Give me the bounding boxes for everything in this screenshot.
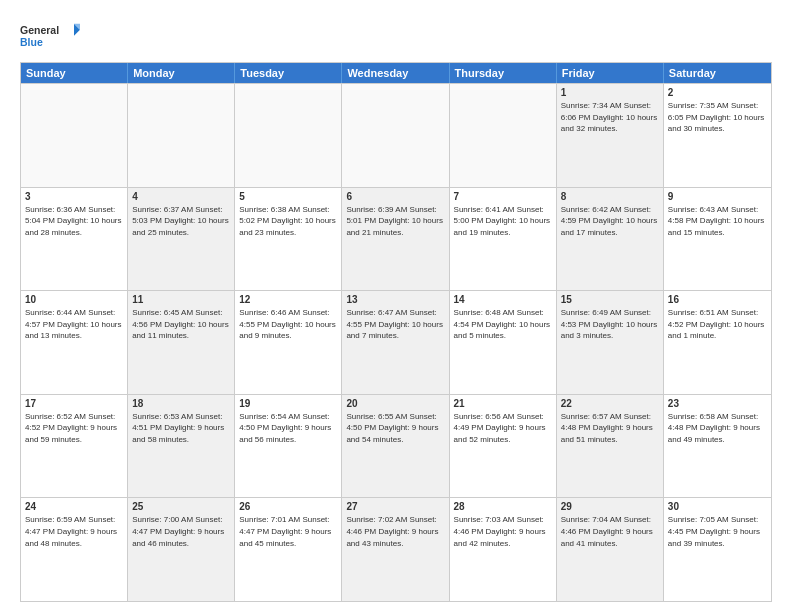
day-cell-24: 24Sunrise: 6:59 AM Sunset: 4:47 PM Dayli… (21, 498, 128, 601)
day-info: Sunrise: 7:34 AM Sunset: 6:06 PM Dayligh… (561, 100, 659, 135)
day-number: 21 (454, 398, 552, 409)
day-info: Sunrise: 6:55 AM Sunset: 4:50 PM Dayligh… (346, 411, 444, 446)
day-number: 17 (25, 398, 123, 409)
week-row-5: 24Sunrise: 6:59 AM Sunset: 4:47 PM Dayli… (21, 497, 771, 601)
day-info: Sunrise: 6:45 AM Sunset: 4:56 PM Dayligh… (132, 307, 230, 342)
day-cell-30: 30Sunrise: 7:05 AM Sunset: 4:45 PM Dayli… (664, 498, 771, 601)
day-info: Sunrise: 6:54 AM Sunset: 4:50 PM Dayligh… (239, 411, 337, 446)
day-cell-26: 26Sunrise: 7:01 AM Sunset: 4:47 PM Dayli… (235, 498, 342, 601)
day-cell-4: 4Sunrise: 6:37 AM Sunset: 5:03 PM Daylig… (128, 188, 235, 291)
day-number: 11 (132, 294, 230, 305)
day-info: Sunrise: 7:04 AM Sunset: 4:46 PM Dayligh… (561, 514, 659, 549)
day-cell-2: 2Sunrise: 7:35 AM Sunset: 6:05 PM Daylig… (664, 84, 771, 187)
day-number: 7 (454, 191, 552, 202)
page: General Blue SundayMondayTuesdayWednesda… (0, 0, 792, 612)
day-info: Sunrise: 6:58 AM Sunset: 4:48 PM Dayligh… (668, 411, 767, 446)
day-cell-28: 28Sunrise: 7:03 AM Sunset: 4:46 PM Dayli… (450, 498, 557, 601)
svg-text:General: General (20, 24, 59, 36)
empty-cell-0-0 (21, 84, 128, 187)
day-number: 12 (239, 294, 337, 305)
day-info: Sunrise: 6:46 AM Sunset: 4:55 PM Dayligh… (239, 307, 337, 342)
header-day-tuesday: Tuesday (235, 63, 342, 83)
header-day-saturday: Saturday (664, 63, 771, 83)
day-cell-1: 1Sunrise: 7:34 AM Sunset: 6:06 PM Daylig… (557, 84, 664, 187)
day-info: Sunrise: 7:01 AM Sunset: 4:47 PM Dayligh… (239, 514, 337, 549)
day-info: Sunrise: 6:53 AM Sunset: 4:51 PM Dayligh… (132, 411, 230, 446)
week-row-4: 17Sunrise: 6:52 AM Sunset: 4:52 PM Dayli… (21, 394, 771, 498)
day-cell-3: 3Sunrise: 6:36 AM Sunset: 5:04 PM Daylig… (21, 188, 128, 291)
day-number: 16 (668, 294, 767, 305)
day-number: 22 (561, 398, 659, 409)
day-cell-8: 8Sunrise: 6:42 AM Sunset: 4:59 PM Daylig… (557, 188, 664, 291)
day-cell-7: 7Sunrise: 6:41 AM Sunset: 5:00 PM Daylig… (450, 188, 557, 291)
day-info: Sunrise: 7:02 AM Sunset: 4:46 PM Dayligh… (346, 514, 444, 549)
day-number: 20 (346, 398, 444, 409)
day-number: 15 (561, 294, 659, 305)
day-info: Sunrise: 6:41 AM Sunset: 5:00 PM Dayligh… (454, 204, 552, 239)
day-info: Sunrise: 6:47 AM Sunset: 4:55 PM Dayligh… (346, 307, 444, 342)
day-cell-15: 15Sunrise: 6:49 AM Sunset: 4:53 PM Dayli… (557, 291, 664, 394)
day-info: Sunrise: 6:42 AM Sunset: 4:59 PM Dayligh… (561, 204, 659, 239)
day-cell-27: 27Sunrise: 7:02 AM Sunset: 4:46 PM Dayli… (342, 498, 449, 601)
day-number: 28 (454, 501, 552, 512)
day-cell-12: 12Sunrise: 6:46 AM Sunset: 4:55 PM Dayli… (235, 291, 342, 394)
day-number: 6 (346, 191, 444, 202)
day-info: Sunrise: 6:39 AM Sunset: 5:01 PM Dayligh… (346, 204, 444, 239)
day-info: Sunrise: 6:49 AM Sunset: 4:53 PM Dayligh… (561, 307, 659, 342)
day-number: 26 (239, 501, 337, 512)
day-number: 10 (25, 294, 123, 305)
week-row-1: 1Sunrise: 7:34 AM Sunset: 6:06 PM Daylig… (21, 83, 771, 187)
day-cell-14: 14Sunrise: 6:48 AM Sunset: 4:54 PM Dayli… (450, 291, 557, 394)
svg-text:Blue: Blue (20, 36, 43, 48)
day-number: 14 (454, 294, 552, 305)
day-info: Sunrise: 6:59 AM Sunset: 4:47 PM Dayligh… (25, 514, 123, 549)
day-info: Sunrise: 7:00 AM Sunset: 4:47 PM Dayligh… (132, 514, 230, 549)
day-info: Sunrise: 6:37 AM Sunset: 5:03 PM Dayligh… (132, 204, 230, 239)
logo-svg: General Blue (20, 16, 80, 54)
day-number: 23 (668, 398, 767, 409)
day-cell-9: 9Sunrise: 6:43 AM Sunset: 4:58 PM Daylig… (664, 188, 771, 291)
day-info: Sunrise: 6:43 AM Sunset: 4:58 PM Dayligh… (668, 204, 767, 239)
day-info: Sunrise: 7:03 AM Sunset: 4:46 PM Dayligh… (454, 514, 552, 549)
day-cell-6: 6Sunrise: 6:39 AM Sunset: 5:01 PM Daylig… (342, 188, 449, 291)
day-number: 1 (561, 87, 659, 98)
day-cell-13: 13Sunrise: 6:47 AM Sunset: 4:55 PM Dayli… (342, 291, 449, 394)
day-number: 25 (132, 501, 230, 512)
day-number: 8 (561, 191, 659, 202)
calendar-body: 1Sunrise: 7:34 AM Sunset: 6:06 PM Daylig… (21, 83, 771, 601)
day-info: Sunrise: 6:51 AM Sunset: 4:52 PM Dayligh… (668, 307, 767, 342)
day-cell-25: 25Sunrise: 7:00 AM Sunset: 4:47 PM Dayli… (128, 498, 235, 601)
header-day-friday: Friday (557, 63, 664, 83)
header-day-thursday: Thursday (450, 63, 557, 83)
day-number: 18 (132, 398, 230, 409)
empty-cell-0-1 (128, 84, 235, 187)
day-cell-18: 18Sunrise: 6:53 AM Sunset: 4:51 PM Dayli… (128, 395, 235, 498)
day-number: 9 (668, 191, 767, 202)
day-number: 2 (668, 87, 767, 98)
day-cell-29: 29Sunrise: 7:04 AM Sunset: 4:46 PM Dayli… (557, 498, 664, 601)
day-number: 5 (239, 191, 337, 202)
day-number: 3 (25, 191, 123, 202)
header-day-sunday: Sunday (21, 63, 128, 83)
day-number: 27 (346, 501, 444, 512)
day-number: 29 (561, 501, 659, 512)
calendar-header: SundayMondayTuesdayWednesdayThursdayFrid… (21, 63, 771, 83)
header-day-monday: Monday (128, 63, 235, 83)
calendar: SundayMondayTuesdayWednesdayThursdayFrid… (20, 62, 772, 602)
day-cell-21: 21Sunrise: 6:56 AM Sunset: 4:49 PM Dayli… (450, 395, 557, 498)
day-info: Sunrise: 6:44 AM Sunset: 4:57 PM Dayligh… (25, 307, 123, 342)
day-cell-19: 19Sunrise: 6:54 AM Sunset: 4:50 PM Dayli… (235, 395, 342, 498)
day-number: 4 (132, 191, 230, 202)
header-day-wednesday: Wednesday (342, 63, 449, 83)
day-info: Sunrise: 6:38 AM Sunset: 5:02 PM Dayligh… (239, 204, 337, 239)
day-info: Sunrise: 6:48 AM Sunset: 4:54 PM Dayligh… (454, 307, 552, 342)
day-number: 19 (239, 398, 337, 409)
logo: General Blue (20, 16, 80, 54)
day-cell-16: 16Sunrise: 6:51 AM Sunset: 4:52 PM Dayli… (664, 291, 771, 394)
day-info: Sunrise: 7:35 AM Sunset: 6:05 PM Dayligh… (668, 100, 767, 135)
day-cell-22: 22Sunrise: 6:57 AM Sunset: 4:48 PM Dayli… (557, 395, 664, 498)
header: General Blue (20, 16, 772, 54)
empty-cell-0-2 (235, 84, 342, 187)
week-row-2: 3Sunrise: 6:36 AM Sunset: 5:04 PM Daylig… (21, 187, 771, 291)
day-info: Sunrise: 6:56 AM Sunset: 4:49 PM Dayligh… (454, 411, 552, 446)
